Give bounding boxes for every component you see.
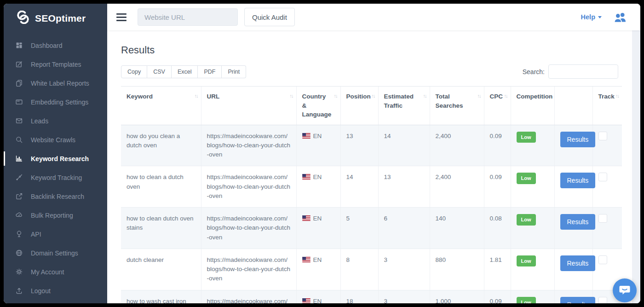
sidebar-item-label: Embedding Settings xyxy=(31,98,88,106)
us-flag-icon xyxy=(302,214,310,224)
chat-widget-button[interactable] xyxy=(613,278,637,302)
menu-toggle-button[interactable] xyxy=(115,10,127,25)
keyword-cell: how do you clean a dutch oven xyxy=(121,125,201,166)
competition-badge: Low xyxy=(517,214,536,226)
col-url[interactable]: URL↑↓ xyxy=(201,87,296,125)
sidebar-item-label: White Label Reports xyxy=(31,80,89,87)
col-estimated-traffic[interactable]: Estimated Traffic↑↓ xyxy=(378,87,430,125)
track-checkbox[interactable] xyxy=(598,132,607,140)
sort-icon: ↑↓ xyxy=(477,93,481,100)
website-url-input[interactable] xyxy=(138,8,238,26)
results-button[interactable]: Results xyxy=(560,132,596,147)
sidebar-item-keyword-tracking[interactable]: Keyword Tracking xyxy=(4,168,107,187)
website-crawls-icon xyxy=(15,135,23,144)
sidebar-item-label: Logout xyxy=(31,287,51,295)
results-cell: Results xyxy=(554,249,592,290)
sidebar-nav: Dashboard Report Templates White Label R… xyxy=(4,29,107,300)
col-total-searches[interactable]: Total Searches↑↓ xyxy=(430,87,484,125)
sidebar-item-leads[interactable]: Leads xyxy=(4,111,107,130)
cpc-cell: 0.09 xyxy=(484,166,511,208)
csv-button[interactable]: CSV xyxy=(147,65,172,78)
keyword-cell: dutch cleaner xyxy=(121,249,201,290)
print-button[interactable]: Print xyxy=(222,65,246,78)
sidebar-item-backlink-research[interactable]: Backlink Research xyxy=(4,187,107,206)
sidebar-item-label: Keyword Research xyxy=(31,155,89,162)
country-cell: EN xyxy=(296,166,340,208)
keyword-tracking-icon xyxy=(15,173,23,182)
us-flag-icon xyxy=(302,297,310,303)
col-track[interactable]: Track↑↓ xyxy=(592,87,622,125)
competition-cell: Low xyxy=(511,290,554,303)
sidebar-item-label: API xyxy=(31,231,41,238)
sidebar-item-dashboard[interactable]: Dashboard xyxy=(4,36,107,55)
cpc-cell: 1.81 xyxy=(484,249,511,290)
sidebar-item-api[interactable]: API xyxy=(4,225,107,243)
url-cell: https://madeincookware.com/blogs/how-to-… xyxy=(201,166,296,208)
sidebar-item-keyword-research[interactable]: Keyword Research xyxy=(4,149,107,168)
country-cell: EN xyxy=(296,208,340,249)
sidebar-item-embedding-settings[interactable]: Embedding Settings xyxy=(4,93,107,111)
col-country-language[interactable]: Country & Language↑↓ xyxy=(296,87,340,125)
cpc-cell: 0.09 xyxy=(484,290,511,303)
country-cell: EN xyxy=(296,249,340,290)
quick-audit-button[interactable]: Quick Audit xyxy=(244,8,295,26)
search-input[interactable] xyxy=(548,64,618,79)
sidebar-item-website-crawls[interactable]: Website Crawls xyxy=(4,130,107,149)
col-cpc[interactable]: CPC↑↓ xyxy=(484,87,511,125)
url-cell: https://madeincookware.com/blogs/how-to-… xyxy=(201,290,296,303)
cpc-cell: 0.09 xyxy=(484,125,511,166)
sidebar-item-logout[interactable]: Logout xyxy=(4,281,107,300)
sidebar-item-my-account[interactable]: My Account xyxy=(4,262,107,281)
keyword-cell: how to clean a dutch oven xyxy=(121,166,201,208)
competition-cell: Low xyxy=(511,249,554,290)
excel-button[interactable]: Excel xyxy=(172,65,198,78)
results-button[interactable]: Results xyxy=(560,173,596,188)
sidebar-item-bulk-reporting[interactable]: Bulk Reporting xyxy=(4,206,107,225)
white-label-reports-icon xyxy=(15,79,23,87)
col-position[interactable]: Position↑↓ xyxy=(340,87,378,125)
sidebar-item-white-label-reports[interactable]: White Label Reports xyxy=(4,74,107,93)
sidebar-item-domain-settings[interactable]: Domain Settings xyxy=(4,243,107,262)
bulk-reporting-icon xyxy=(15,211,23,220)
track-cell xyxy=(592,166,622,208)
app-window: SEOptimer Dashboard Report Templates Whi… xyxy=(4,4,640,303)
us-flag-icon xyxy=(302,132,310,141)
results-button[interactable]: Results xyxy=(560,214,596,230)
help-dropdown[interactable]: Help xyxy=(581,13,602,21)
us-flag-icon xyxy=(302,256,310,265)
col-keyword[interactable]: Keyword↑↓ xyxy=(121,87,201,125)
sidebar-item-report-templates[interactable]: Report Templates xyxy=(4,55,107,74)
position-cell: 18 xyxy=(340,290,378,303)
competition-badge: Low xyxy=(517,297,536,303)
results-button[interactable]: Results xyxy=(560,255,596,271)
pdf-button[interactable]: PDF xyxy=(198,65,222,78)
track-checkbox[interactable] xyxy=(598,297,607,303)
country-cell: EN xyxy=(296,290,340,303)
copy-button[interactable]: Copy xyxy=(121,65,147,78)
track-checkbox[interactable] xyxy=(598,255,607,264)
users-icon[interactable] xyxy=(613,12,627,23)
results-cell: Results xyxy=(554,125,592,166)
results-button[interactable]: Results xyxy=(560,297,596,303)
brand-name: SEOptimer xyxy=(35,13,86,24)
track-checkbox[interactable] xyxy=(598,214,607,223)
competition-cell: Low xyxy=(511,208,554,249)
table-row: how to wash cast iron dutch oven https:/… xyxy=(121,290,622,303)
sidebar-item-label: Report Templates xyxy=(31,61,81,68)
keyword-cell: how to clean dutch oven stains xyxy=(121,208,201,249)
brand-logo[interactable]: SEOptimer xyxy=(4,4,107,29)
sidebar-item-label: Bulk Reporting xyxy=(31,212,73,219)
cpc-cell: 0.08 xyxy=(484,208,511,249)
embedding-settings-icon xyxy=(15,98,23,106)
sort-icon: ↑↓ xyxy=(334,93,337,100)
results-card: Results Copy CSV Excel PDF Print Search: xyxy=(107,30,632,303)
results-cell: Results xyxy=(554,208,592,249)
language-label: EN xyxy=(313,298,322,303)
language-label: EN xyxy=(313,215,322,222)
col-competition[interactable]: Competition↑↓ xyxy=(511,87,554,125)
search-label: Search: xyxy=(523,68,545,75)
backlink-research-icon xyxy=(15,192,23,201)
seoptimer-gear-icon xyxy=(16,11,30,26)
track-checkbox[interactable] xyxy=(598,173,607,181)
sidebar-item-label: Dashboard xyxy=(31,42,63,49)
